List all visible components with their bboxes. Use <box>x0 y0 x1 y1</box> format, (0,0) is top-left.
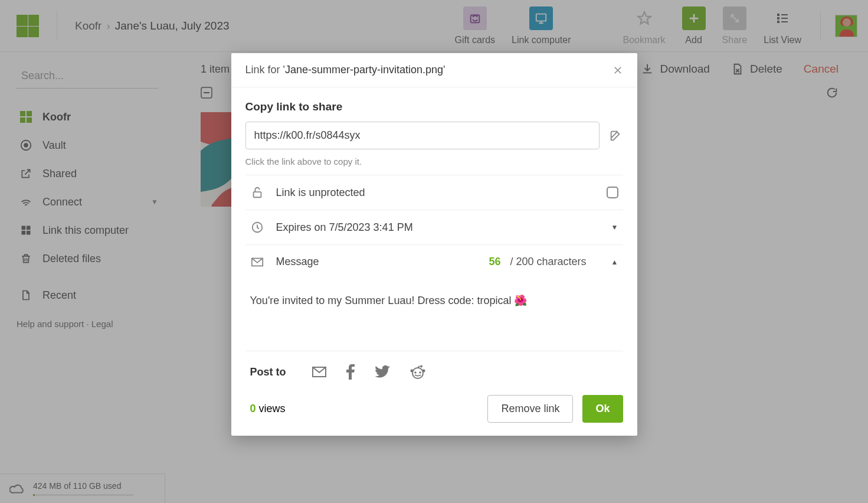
share-link-input[interactable] <box>245 122 600 149</box>
remove-link-button[interactable]: Remove link <box>487 395 573 423</box>
svg-point-19 <box>410 370 413 373</box>
close-button[interactable] <box>612 65 623 76</box>
protection-row[interactable]: Link is unprotected <box>245 175 623 210</box>
protection-checkbox[interactable] <box>607 187 618 198</box>
copy-link-heading: Copy link to share <box>245 100 623 113</box>
svg-point-23 <box>419 371 421 374</box>
svg-point-18 <box>412 368 423 378</box>
svg-point-21 <box>420 365 422 368</box>
message-text[interactable]: You're invited to my Summer Luau! Dress … <box>245 279 623 351</box>
edit-link-button[interactable] <box>608 128 623 143</box>
svg-rect-14 <box>253 192 261 197</box>
svg-point-22 <box>414 371 417 374</box>
post-to-label: Post to <box>250 366 286 378</box>
reddit-share-icon[interactable] <box>410 365 425 379</box>
facebook-share-icon[interactable] <box>346 364 355 380</box>
modal-overlay: Link for 'Jane-summer-party-invitation.p… <box>0 0 868 503</box>
copy-hint: Click the link above to copy it. <box>245 156 623 175</box>
views-count: 0 views <box>250 403 286 415</box>
chevron-down-icon: ▼ <box>611 223 618 231</box>
char-count: 56 / 200 characters ▲ <box>489 256 618 268</box>
chevron-up-icon: ▲ <box>611 258 618 266</box>
message-row[interactable]: Message 56 / 200 characters ▲ <box>245 245 623 279</box>
ok-button[interactable]: Ok <box>582 395 623 423</box>
clock-icon <box>250 221 264 234</box>
modal-title: Link for 'Jane-summer-party-invitation.p… <box>245 64 446 76</box>
unlock-icon <box>250 186 264 199</box>
expiry-row[interactable]: Expires on 7/5/2023 3:41 PM ▼ <box>245 210 623 245</box>
svg-point-20 <box>422 370 425 373</box>
mail-icon <box>250 257 264 267</box>
email-share-icon[interactable] <box>312 367 326 377</box>
share-link-modal: Link for 'Jane-summer-party-invitation.p… <box>231 53 637 436</box>
twitter-share-icon[interactable] <box>375 365 390 378</box>
